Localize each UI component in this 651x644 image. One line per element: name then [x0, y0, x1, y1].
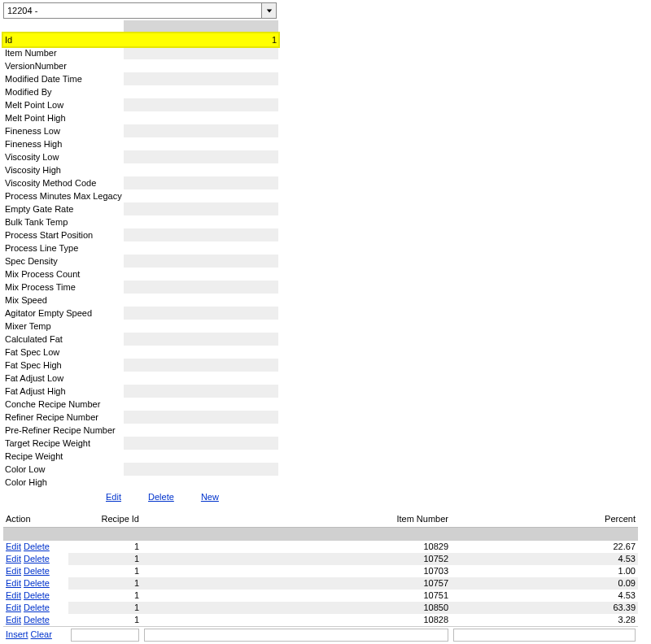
table-row: Edit Delete1107031.00 [3, 565, 638, 577]
property-label: Mix Process Time [3, 281, 124, 294]
col-action: Action [3, 507, 68, 528]
property-label: Agitator Empty Speed [3, 307, 124, 320]
property-row: Mixer Temp [3, 320, 278, 333]
row-delete-link[interactable]: Delete [24, 566, 50, 576]
cell-recipe-id: 1 [68, 577, 142, 590]
cell-item-number: 10829 [142, 541, 451, 553]
property-value [124, 255, 278, 268]
property-label: Color Low [3, 463, 124, 476]
property-label: Melt Point Low [3, 98, 124, 111]
property-value [124, 398, 278, 411]
property-label: Fat Spec High [3, 359, 124, 372]
property-label: Recipe Weight [3, 450, 124, 463]
properties-table: Id 1 Item NumberVersionNumberModified Da… [3, 20, 278, 489]
property-value [124, 294, 278, 307]
property-row: Target Recipe Weight [3, 437, 278, 450]
row-actions: Edit Delete [3, 541, 68, 553]
row-edit-link[interactable]: Edit [6, 615, 21, 624]
property-value [124, 385, 278, 398]
table-row: Edit Delete1107514.53 [3, 590, 638, 602]
row-edit-link[interactable]: Edit [6, 603, 21, 612]
row-delete-link[interactable]: Delete [24, 554, 50, 564]
row-actions: Edit Delete [3, 590, 68, 602]
insert-link[interactable]: Insert [6, 629, 28, 639]
table-row: Edit Delete1107524.53 [3, 553, 638, 565]
insert-item-number-input[interactable] [144, 629, 448, 642]
property-row: Fat Spec Low [3, 346, 278, 359]
cell-item-number: 10850 [142, 602, 451, 614]
property-row: Fat Adjust High [3, 385, 278, 398]
property-value [124, 189, 278, 202]
row-actions: Edit Delete [3, 602, 68, 614]
property-row: Recipe Weight [3, 450, 278, 463]
insert-recipe-id-input[interactable] [71, 629, 139, 642]
property-label: Modified Date Time [3, 72, 124, 85]
properties-header-row [3, 20, 278, 33]
clear-link[interactable]: Clear [31, 629, 52, 639]
property-value: 1 [272, 33, 277, 46]
property-label: Fineness High [3, 137, 124, 150]
property-label: Mix Process Count [3, 268, 124, 281]
property-label: Melt Point High [3, 111, 124, 124]
delete-link[interactable]: Delete [148, 492, 174, 502]
property-row: Pre-Refiner Recipe Number [3, 424, 278, 437]
row-edit-link[interactable]: Edit [6, 554, 21, 564]
row-delete-link[interactable]: Delete [24, 590, 50, 600]
item-select-value: 12204 - [7, 6, 37, 15]
property-row: Empty Gate Rate [3, 202, 278, 215]
property-row: Color Low [3, 463, 278, 476]
property-label: Id [5, 33, 12, 46]
cell-percent: 4.53 [451, 590, 638, 602]
row-delete-link[interactable]: Delete [24, 578, 50, 588]
svg-marker-0 [266, 9, 271, 12]
property-row: Agitator Empty Speed [3, 307, 278, 320]
property-label: Process Start Position [3, 228, 124, 242]
property-value [124, 372, 278, 385]
property-row: Process Minutes Max Legacy [3, 189, 278, 202]
grid-insert-row: Insert Clear [3, 626, 638, 644]
property-row: Item Number [3, 46, 278, 59]
property-row: Bulk Tank Temp [3, 215, 278, 228]
property-value [124, 424, 278, 437]
col-recipe-id: Recipe Id [68, 507, 142, 528]
insert-percent-input[interactable] [453, 629, 636, 642]
property-row: Process Line Type [3, 242, 278, 255]
property-label: Process Line Type [3, 242, 124, 255]
property-value [124, 72, 278, 85]
property-row: VersionNumber [3, 59, 278, 72]
cell-recipe-id: 1 [68, 553, 142, 565]
property-value [124, 281, 278, 294]
row-edit-link[interactable]: Edit [6, 578, 21, 588]
cell-percent: 3.28 [451, 614, 638, 627]
new-link[interactable]: New [201, 492, 219, 502]
row-edit-link[interactable]: Edit [6, 566, 21, 576]
property-value [124, 359, 278, 372]
property-row-id[interactable]: Id 1 [3, 33, 278, 46]
item-select-dropdown[interactable]: 12204 - [3, 2, 277, 19]
property-value [124, 150, 278, 163]
row-delete-link[interactable]: Delete [24, 603, 50, 612]
property-value [124, 450, 278, 463]
row-edit-link[interactable]: Edit [6, 590, 21, 600]
row-delete-link[interactable]: Delete [24, 542, 50, 551]
property-label: Fat Adjust Low [3, 372, 124, 385]
property-label: Modified By [3, 85, 124, 98]
row-delete-link[interactable]: Delete [24, 615, 50, 624]
property-row: Melt Point High [3, 111, 278, 124]
row-edit-link[interactable]: Edit [6, 542, 21, 551]
property-row: Calculated Fat [3, 333, 278, 346]
property-label: Empty Gate Rate [3, 202, 124, 215]
property-value [124, 437, 278, 450]
cell-percent: 22.67 [451, 541, 638, 553]
property-row: Fineness High [3, 137, 278, 150]
property-value [124, 307, 278, 320]
cell-recipe-id: 1 [68, 614, 142, 627]
property-row: Conche Recipe Number [3, 398, 278, 411]
property-value [124, 268, 278, 281]
property-row: Refiner Recipe Number [3, 411, 278, 424]
cell-item-number: 10703 [142, 565, 451, 577]
property-label: Viscosity High [3, 163, 124, 176]
property-row: Melt Point Low [3, 98, 278, 111]
edit-link[interactable]: Edit [106, 492, 121, 502]
cell-recipe-id: 1 [68, 602, 142, 614]
